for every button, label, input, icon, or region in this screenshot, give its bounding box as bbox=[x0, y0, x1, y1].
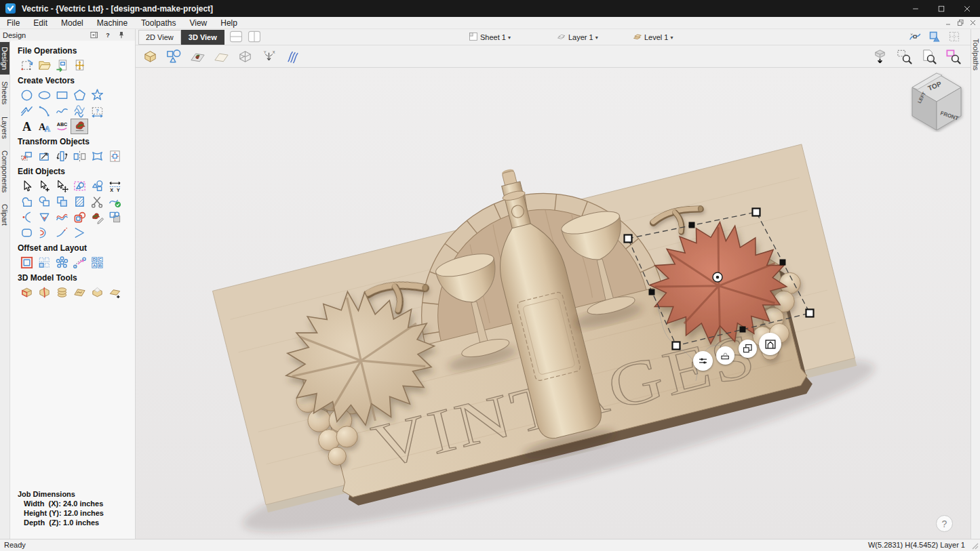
open-file-icon[interactable] bbox=[35, 58, 53, 73]
win-maximize[interactable] bbox=[928, 0, 954, 17]
distort-object-icon[interactable] bbox=[88, 148, 106, 164]
mdi-close[interactable] bbox=[968, 18, 977, 28]
floating-button-component-raised[interactable] bbox=[759, 333, 781, 355]
menu-file[interactable]: File bbox=[0, 17, 26, 28]
nav-cube[interactable]: TOP LEFT FRONT bbox=[905, 70, 968, 132]
fit-curve-to-spans-icon[interactable] bbox=[53, 209, 71, 225]
help-icon[interactable]: ? bbox=[102, 30, 113, 40]
zoom-extents-icon[interactable] bbox=[920, 47, 938, 66]
snap-node-icon[interactable] bbox=[909, 30, 922, 43]
toggle-vectors-icon[interactable] bbox=[165, 47, 183, 66]
smooth-model-icon[interactable] bbox=[88, 285, 106, 300]
wireframe-cube-icon[interactable] bbox=[236, 47, 254, 66]
shaded-view-icon[interactable] bbox=[871, 47, 889, 66]
insert-clipart-icon[interactable] bbox=[71, 119, 88, 134]
menu-toolpaths[interactable]: Toolpaths bbox=[134, 17, 182, 28]
array-copy-icon[interactable] bbox=[35, 255, 53, 270]
draw-circle-icon[interactable] bbox=[18, 87, 35, 103]
chamfer-corners-icon[interactable] bbox=[71, 225, 88, 241]
rotate-selection-icon[interactable] bbox=[53, 148, 71, 164]
trim-vectors-icon[interactable] bbox=[88, 194, 106, 209]
mirror-selection-icon[interactable] bbox=[71, 148, 88, 164]
copy-shape-icon[interactable] bbox=[106, 209, 123, 225]
floating-button-component-outline[interactable] bbox=[739, 340, 757, 358]
tab-3d-view[interactable]: 3D View bbox=[181, 30, 224, 45]
job-setup-icon[interactable] bbox=[18, 58, 35, 73]
offset-selection-icon[interactable] bbox=[18, 255, 35, 270]
tab-components[interactable]: Components bbox=[0, 146, 9, 197]
resize-grip[interactable] bbox=[972, 543, 979, 550]
tab-clipart[interactable]: Clipart bbox=[0, 199, 9, 230]
export-vectors-icon[interactable] bbox=[71, 58, 88, 73]
draw-polygon-icon[interactable] bbox=[71, 87, 88, 103]
texture-model-icon[interactable] bbox=[71, 285, 88, 300]
dock-panel-icon[interactable] bbox=[89, 30, 99, 40]
menu-edit[interactable]: Edit bbox=[26, 17, 54, 28]
draw-text-block-icon[interactable]: AA bbox=[35, 119, 53, 134]
draw-rectangle-icon[interactable] bbox=[53, 87, 71, 103]
select-tool-icon[interactable] bbox=[18, 178, 35, 194]
tab-toolpaths[interactable]: Toolpaths bbox=[972, 39, 980, 70]
draw-text-on-curve-icon[interactable]: ABC bbox=[53, 119, 71, 134]
material-block-icon[interactable] bbox=[141, 47, 159, 66]
zoom-selection-icon[interactable] bbox=[944, 47, 962, 66]
group-ungroup-icon[interactable] bbox=[88, 178, 106, 194]
overlap-vectors-icon[interactable] bbox=[53, 194, 71, 209]
stack-models-icon[interactable] bbox=[53, 285, 71, 300]
add-model-plane-icon[interactable] bbox=[106, 285, 123, 300]
menu-model[interactable]: Model bbox=[54, 17, 90, 28]
draw-curve-icon[interactable] bbox=[53, 103, 71, 119]
help-button[interactable]: ? bbox=[936, 515, 953, 532]
circular-copy-icon[interactable] bbox=[53, 255, 71, 270]
edit-picture-icon[interactable] bbox=[88, 209, 106, 225]
curve-fit-icon[interactable] bbox=[106, 194, 123, 209]
menu-view[interactable]: View bbox=[182, 17, 214, 28]
draw-dimension-icon[interactable]: ? bbox=[88, 103, 106, 119]
win-close[interactable] bbox=[954, 0, 980, 17]
copy-along-curve-icon[interactable] bbox=[71, 255, 88, 270]
offset-vectors-tag-icon[interactable] bbox=[71, 209, 88, 225]
win-minimize[interactable] bbox=[903, 0, 928, 17]
move-selection-icon[interactable] bbox=[18, 148, 35, 164]
toggle-plate-icon[interactable] bbox=[212, 47, 231, 66]
subtract-vectors-icon[interactable] bbox=[35, 194, 53, 209]
set-size-icon[interactable] bbox=[35, 148, 53, 164]
menu-machine[interactable]: Machine bbox=[90, 17, 134, 28]
split-model-icon[interactable] bbox=[35, 285, 53, 300]
snap-grid-icon[interactable] bbox=[948, 30, 961, 43]
draw-star-icon[interactable] bbox=[88, 87, 106, 103]
transform-tool-icon[interactable] bbox=[53, 178, 71, 194]
layer-1-dropdown[interactable]: Layer 1▾ bbox=[556, 30, 598, 44]
toolpath-lines-icon[interactable] bbox=[283, 47, 302, 66]
pin-icon[interactable] bbox=[116, 30, 126, 40]
draw-texture-icon[interactable] bbox=[71, 103, 88, 119]
floating-button-component-flat[interactable] bbox=[716, 346, 734, 365]
level-1-dropdown[interactable]: Level 1▾ bbox=[632, 30, 673, 44]
mdi-restore[interactable] bbox=[956, 18, 965, 28]
node-edit-tool-icon[interactable] bbox=[35, 178, 53, 194]
toggle-bitmap-icon[interactable] bbox=[189, 47, 207, 66]
scene-3d[interactable]: VINTAGES bbox=[136, 68, 971, 539]
draw-arc-icon[interactable] bbox=[35, 103, 53, 119]
floating-button-adjust-sliders[interactable] bbox=[693, 351, 713, 371]
draw-polyline-icon[interactable] bbox=[18, 103, 35, 119]
fillet-tool-icon[interactable] bbox=[18, 209, 35, 225]
measure-tool-icon[interactable]: XY bbox=[106, 178, 123, 194]
extend-vectors-icon[interactable] bbox=[53, 225, 71, 241]
zoom-box-icon[interactable] bbox=[895, 47, 914, 66]
snap-geometry-icon[interactable] bbox=[928, 30, 941, 43]
weld-vectors-icon[interactable] bbox=[18, 194, 35, 209]
tab-sheets[interactable]: Sheets bbox=[0, 77, 9, 109]
menu-help[interactable]: Help bbox=[214, 17, 244, 28]
tab-design[interactable]: Design bbox=[0, 42, 9, 75]
draw-text-icon[interactable]: A bbox=[18, 119, 35, 134]
hatch-vectors-icon[interactable] bbox=[71, 194, 88, 209]
align-objects-icon[interactable] bbox=[106, 148, 123, 164]
rotation-pivot[interactable] bbox=[713, 272, 722, 282]
split-horizontal-icon[interactable] bbox=[229, 29, 243, 44]
model-from-vectors-icon[interactable] bbox=[18, 285, 35, 300]
tab-layers[interactable]: Layers bbox=[0, 112, 9, 144]
mdi-minimize[interactable] bbox=[943, 18, 953, 28]
tab-2d-view[interactable]: 2D View bbox=[138, 30, 181, 45]
round-corners-icon[interactable] bbox=[18, 225, 35, 241]
